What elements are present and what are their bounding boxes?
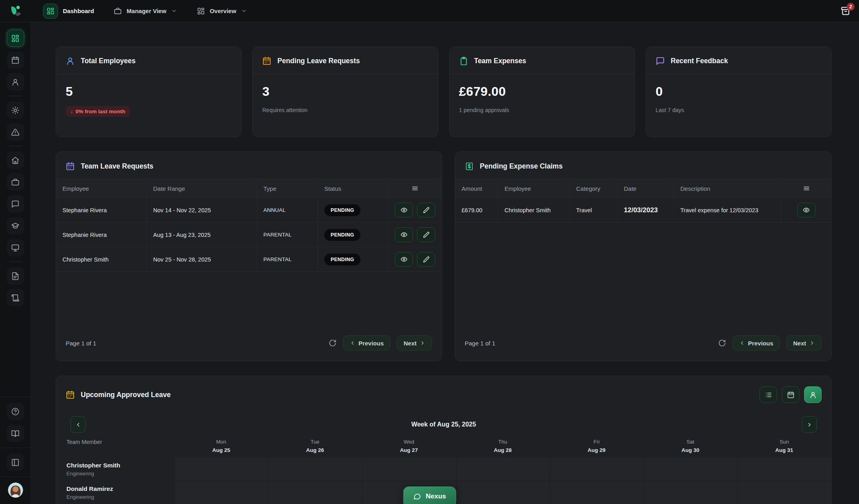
graduation-cap-icon bbox=[11, 222, 19, 230]
schedule-cell bbox=[550, 481, 643, 504]
sidebar-item-help[interactable] bbox=[7, 403, 24, 420]
view-button[interactable] bbox=[395, 252, 413, 267]
expense-claims-table: Amount Employee Category Date Descriptio… bbox=[455, 179, 831, 223]
tab-dashboard-label: Dashboard bbox=[63, 8, 94, 14]
column-header: Date bbox=[617, 179, 674, 198]
banknote-icon bbox=[465, 162, 474, 171]
stat-cards-row: Total Employees 5 ↓0% from last month Pe… bbox=[56, 47, 832, 137]
employee-cell: Christopher Smith bbox=[498, 198, 570, 222]
app-logo[interactable] bbox=[0, 4, 31, 18]
nexus-button[interactable]: Nexus bbox=[403, 487, 456, 504]
sidebar-item-home[interactable] bbox=[7, 151, 24, 169]
sidebar-item-documents[interactable] bbox=[7, 267, 24, 285]
sidebar-item-jobs[interactable] bbox=[7, 173, 24, 191]
table-header-row: Amount Employee Category Date Descriptio… bbox=[455, 179, 831, 198]
sidebar-divider bbox=[0, 448, 31, 448]
schedule-cell bbox=[175, 458, 268, 481]
sidebar bbox=[0, 22, 31, 504]
notification-badge: 2 bbox=[847, 3, 855, 11]
briefcase-icon bbox=[114, 7, 122, 15]
sidebar-item-people[interactable] bbox=[7, 73, 24, 91]
refresh-icon[interactable] bbox=[718, 339, 726, 347]
column-header: Date Range bbox=[147, 179, 257, 198]
calendar-icon bbox=[66, 162, 75, 171]
user-avatar[interactable] bbox=[8, 483, 23, 498]
next-page-button[interactable]: Next bbox=[786, 335, 822, 351]
column-menu-icon[interactable] bbox=[803, 185, 810, 192]
stat-value: £679.00 bbox=[459, 84, 625, 99]
edit-button[interactable] bbox=[417, 252, 435, 267]
edit-button[interactable] bbox=[417, 203, 435, 217]
stat-subtext: Last 7 days bbox=[656, 107, 822, 113]
sidebar-item-workstations[interactable] bbox=[7, 239, 24, 256]
leave-requests-table: Employee Date Range Type Status Stephani… bbox=[56, 179, 442, 272]
stat-card-pending-leave: Pending Leave Requests 3 Requires attent… bbox=[252, 47, 438, 137]
schedule-cell bbox=[738, 458, 831, 481]
people-view-button[interactable] bbox=[804, 386, 822, 403]
file-text-icon bbox=[11, 272, 19, 280]
week-navigation: Week of Aug 25, 2025 bbox=[70, 416, 817, 433]
refresh-icon[interactable] bbox=[329, 339, 337, 347]
sidebar-item-docs[interactable] bbox=[7, 425, 24, 442]
page-indicator: Page 1 of 1 bbox=[66, 340, 96, 347]
stat-title: Pending Leave Requests bbox=[277, 57, 360, 65]
list-view-button[interactable] bbox=[760, 386, 777, 403]
schedule-cell bbox=[644, 481, 737, 504]
section-title: Upcoming Approved Leave bbox=[81, 391, 171, 399]
day-column-header: Sat Aug 30 bbox=[643, 439, 737, 453]
eye-icon bbox=[401, 231, 407, 238]
sidebar-item-dashboard[interactable] bbox=[7, 29, 24, 47]
overview-grid-icon bbox=[197, 7, 205, 15]
view-button[interactable] bbox=[395, 227, 413, 242]
eye-icon bbox=[803, 207, 810, 213]
column-menu-icon[interactable] bbox=[411, 185, 419, 192]
next-page-button[interactable]: Next bbox=[397, 335, 432, 351]
tab-overview-label: Overview bbox=[210, 8, 236, 14]
next-week-button[interactable] bbox=[802, 416, 817, 433]
sidebar-item-training[interactable] bbox=[7, 217, 24, 235]
member-name: Donald Ramirez bbox=[66, 485, 174, 492]
member-department: Engineering bbox=[66, 471, 174, 477]
view-toggle-group bbox=[760, 386, 822, 403]
view-button[interactable] bbox=[395, 203, 413, 217]
leave-type-cell: ANNUAL bbox=[257, 198, 318, 222]
sidebar-item-brightness[interactable] bbox=[7, 101, 24, 119]
sun-icon bbox=[11, 106, 19, 114]
day-column-header: Thu Aug 28 bbox=[456, 439, 550, 453]
pencil-icon bbox=[423, 231, 430, 238]
calendar-view-button[interactable] bbox=[782, 386, 799, 403]
week-label: Week of Aug 25, 2025 bbox=[411, 421, 476, 428]
previous-page-button[interactable]: Previous bbox=[732, 335, 780, 351]
sidebar-item-calendar[interactable] bbox=[7, 51, 24, 69]
trend-arrow-icon: ↓ bbox=[70, 109, 73, 114]
page-indicator: Page 1 of 1 bbox=[465, 340, 495, 347]
inbox-button[interactable]: 2 bbox=[840, 6, 851, 16]
tab-dashboard[interactable]: Dashboard bbox=[43, 4, 94, 19]
calendar-icon bbox=[66, 390, 75, 399]
sidebar-item-collapse-panel[interactable] bbox=[7, 454, 24, 471]
calendar-icon bbox=[11, 56, 19, 64]
column-header: Description bbox=[674, 179, 781, 198]
sidebar-item-policies[interactable] bbox=[7, 289, 24, 306]
date-range-cell: Aug 13 - Aug 23, 2025 bbox=[147, 223, 257, 247]
previous-page-button[interactable]: Previous bbox=[343, 335, 390, 351]
team-leave-requests-card: Team Leave Requests Employee Date Range … bbox=[56, 151, 442, 361]
sidebar-item-alerts[interactable] bbox=[7, 123, 24, 141]
stat-title: Team Expenses bbox=[474, 57, 526, 65]
sidebar-item-messages[interactable] bbox=[7, 195, 24, 213]
tab-overview[interactable]: Overview bbox=[197, 7, 247, 15]
topbar-tabs: Dashboard Manager View Overview bbox=[43, 4, 247, 19]
nexus-label: Nexus bbox=[426, 492, 446, 500]
description-cell: Travel expense for 12/03/2023 bbox=[674, 198, 781, 222]
leave-type-cell: PARENTAL bbox=[257, 247, 318, 271]
previous-week-button[interactable] bbox=[70, 416, 86, 433]
stat-card-team-expenses: Team Expenses £679.00 1 pending approval… bbox=[449, 47, 635, 137]
book-open-icon bbox=[11, 429, 19, 438]
stat-title: Total Employees bbox=[81, 57, 136, 65]
edit-button[interactable] bbox=[417, 227, 435, 242]
view-button[interactable] bbox=[797, 203, 816, 217]
schedule-cell bbox=[269, 458, 362, 481]
panel-left-icon bbox=[11, 458, 19, 467]
tab-manager-view[interactable]: Manager View bbox=[114, 7, 177, 15]
chat-bubble-icon bbox=[656, 56, 665, 66]
